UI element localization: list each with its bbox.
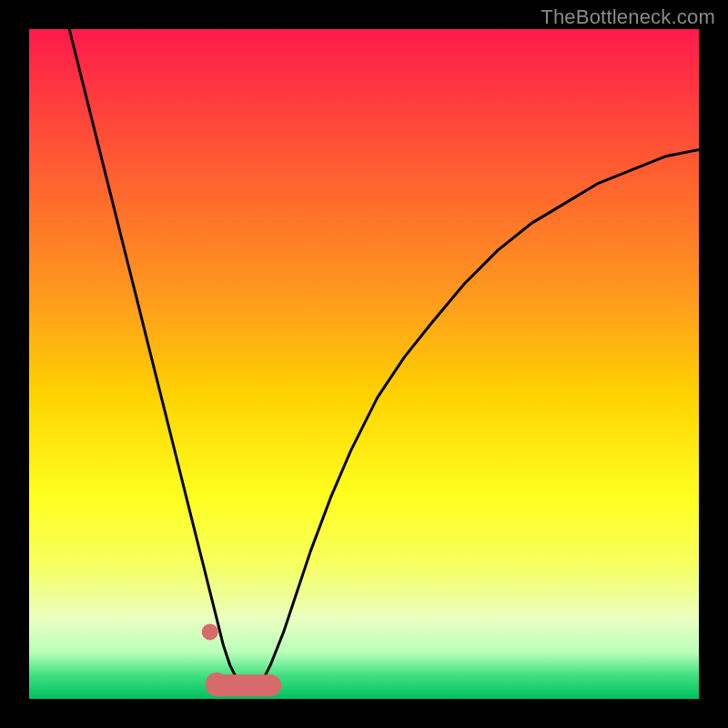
chart-svg bbox=[29, 29, 699, 699]
chart-frame: TheBottleneck.com bbox=[0, 0, 728, 728]
chart-plot-area bbox=[29, 29, 699, 699]
optimal-band-cap-icon bbox=[259, 674, 281, 696]
chart-background-gradient bbox=[29, 29, 699, 699]
optimal-band-cap-icon bbox=[206, 672, 228, 694]
watermark-text: TheBottleneck.com bbox=[541, 5, 715, 29]
optimal-dot-icon bbox=[202, 623, 218, 640]
